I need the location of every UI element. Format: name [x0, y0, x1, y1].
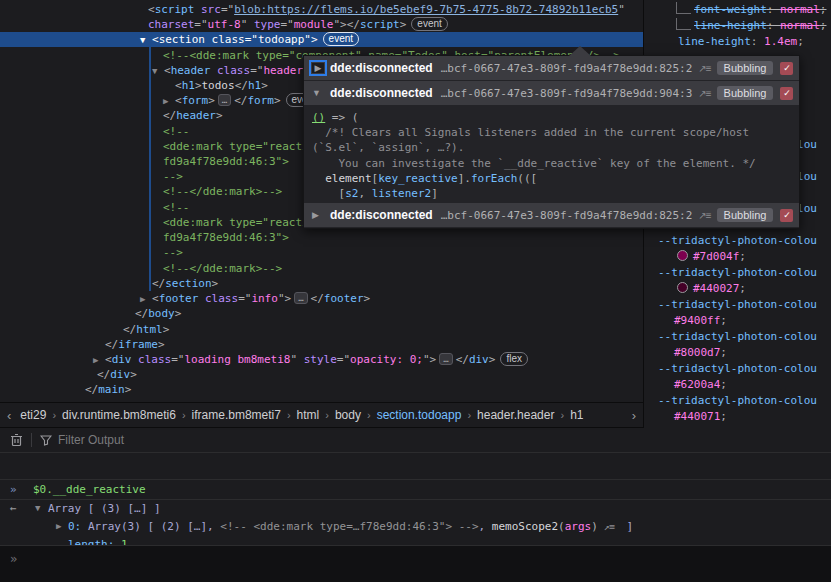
tree-row[interactable]: line-height: normal;: [644, 18, 831, 33]
badge[interactable]: flex: [500, 352, 528, 366]
code-text: src: [194, 3, 221, 16]
expand-arrow-icon[interactable]: ▶: [312, 210, 324, 220]
tree-row[interactable]: <script src="blob:https://flems.io/be5eb…: [0, 2, 643, 17]
listener-enabled-checkbox[interactable]: ✓: [780, 62, 793, 75]
tree-row[interactable]: ▶<div class="loading bm8meti8" style="op…: [0, 352, 643, 367]
tree-row[interactable]: -->: [0, 245, 643, 260]
code-text: You can investigate the `__dde_reactive`…: [312, 157, 756, 170]
tree-row[interactable]: </html>: [0, 322, 643, 337]
tree-row[interactable]: ▶<footer class="info">…</footer>: [0, 291, 643, 306]
expand-arrow-icon[interactable]: ▶: [312, 63, 324, 73]
breadcrumb-item-body[interactable]: body: [333, 408, 363, 422]
tree-row[interactable]: 0: Array(3) [ (2) […], <!-- <dde:mark ty…: [0, 519, 831, 534]
listener-source-location[interactable]: …bcf-0667-47e3-809f-fd9a4f78e9dd:825:2: [441, 209, 693, 222]
row-content: /*! Clears all Signals listeners added i…: [304, 125, 749, 140]
tree-row[interactable]: #440071;: [644, 409, 831, 424]
row-content: </header>: [0, 108, 223, 123]
tree-row[interactable]: </main>: [0, 382, 643, 397]
code-text: <: [152, 292, 159, 305]
badge[interactable]: event: [411, 17, 447, 31]
code-text: >: [400, 18, 407, 31]
jump-to-debugger-icon[interactable]: ↗≡: [698, 88, 710, 99]
selected-tree-row[interactable]: ▼<section class="todoapp">event: [0, 32, 643, 47]
tree-row[interactable]: #6200a4;: [644, 377, 831, 392]
row-content: [s2, listener2]: [304, 186, 438, 201]
filter-output-input[interactable]: Filter Output: [58, 433, 124, 447]
code-text: ;: [739, 282, 746, 295]
tree-row[interactable]: <!--</dde:mark>-->: [0, 261, 643, 276]
color-swatch[interactable]: [677, 250, 688, 261]
tree-row[interactable]: --tridactyl-photon-colou: [644, 265, 831, 280]
tree-row[interactable]: --tridactyl-photon-colou: [644, 233, 831, 248]
row-content: -->: [0, 245, 183, 260]
event-listener-row[interactable]: ▶dde:disconnected…bcf-0667-47e3-809f-fd9…: [304, 56, 799, 81]
tree-row[interactable]: #440027;: [644, 281, 831, 296]
listener-source-location[interactable]: …bcf-0667-47e3-809f-fd9a4f78e9dd:904:3: [441, 87, 693, 100]
devtools-window: <script src="blob:https://flems.io/be5eb…: [0, 0, 831, 582]
listener-enabled-checkbox[interactable]: ✓: [780, 209, 793, 222]
tree-row[interactable]: --tridactyl-photon-colou: [644, 361, 831, 376]
breadcrumb-separator-icon: ›: [178, 409, 190, 421]
color-swatch[interactable]: [677, 282, 688, 293]
jump-to-debugger-icon[interactable]: ↗≡: [698, 63, 710, 74]
expand-arrow-icon[interactable]: ▶: [93, 353, 105, 368]
breadcrumb-item-header-header[interactable]: header.header: [475, 408, 556, 422]
expand-arrow-icon[interactable]: ▶: [56, 519, 68, 534]
code-text: >: [489, 353, 496, 366]
attribute-link[interactable]: blob:https://flems.io/be5ebef9-7b75-4775…: [234, 3, 618, 16]
expand-arrow-icon[interactable]: ▼: [312, 88, 324, 98]
breadcrumb-item-eti29[interactable]: eti29: [18, 408, 48, 422]
row-content: <!--</dde:mark>-->: [0, 184, 282, 199]
tree-row[interactable]: font-weight: normal;: [644, 2, 831, 17]
inline-expander[interactable]: …: [294, 292, 307, 304]
breadcrumb-item-section-todoapp[interactable]: section.todoapp: [375, 408, 464, 422]
tree-row[interactable]: (`S.el`, `assign`, …?).: [304, 140, 799, 155]
clear-console-icon[interactable]: [10, 433, 23, 447]
console-input-area[interactable]: »: [0, 545, 831, 582]
tree-row[interactable]: </body>: [0, 306, 643, 321]
jump-to-debugger-icon[interactable]: ↗≡: [604, 521, 614, 532]
breadcrumb-item-iframe-bm8meti7[interactable]: iframe.bm8meti7: [190, 408, 283, 422]
tree-row[interactable]: #8000d7;: [644, 345, 831, 360]
tree-row[interactable]: </div>: [0, 367, 643, 382]
tree-row[interactable]: line-height: 1.4em;: [644, 34, 831, 49]
row-content: --tridactyl-photon-colou: [644, 265, 817, 280]
tree-row[interactable]: You can investigate the `__dde_reactive`…: [304, 156, 799, 171]
tree-row[interactable]: --tridactyl-photon-colou: [644, 329, 831, 344]
listener-enabled-checkbox[interactable]: ✓: [780, 87, 793, 100]
tree-row[interactable]: /*! Clears all Signals listeners added i…: [304, 125, 799, 140]
tree-row[interactable]: </section>: [0, 276, 643, 291]
tree-row[interactable]: fd9a4f78e9dd:46:3">: [0, 230, 643, 245]
inline-expander[interactable]: …: [439, 353, 452, 365]
badge[interactable]: event: [323, 32, 359, 46]
tree-row[interactable]: #7d004f;: [644, 249, 831, 264]
expand-arrow-icon[interactable]: ▶: [140, 292, 152, 307]
tree-row[interactable]: --tridactyl-photon-colou: [644, 297, 831, 312]
event-listener-row[interactable]: ▶dde:disconnected…bcf-0667-47e3-809f-fd9…: [304, 203, 799, 228]
expand-arrow-icon[interactable]: ▶: [163, 94, 175, 109]
tree-row[interactable]: </iframe>: [0, 337, 643, 352]
breadcrumb-item-div-runtime-bm8meti6[interactable]: div.runtime.bm8meti6: [60, 408, 178, 422]
breadcrumb-scroll-left-icon[interactable]: ‹: [0, 408, 18, 423]
code-text: <dde:mark type="reacti: [163, 216, 309, 229]
expand-arrow-icon[interactable]: ▼: [140, 33, 152, 48]
expand-arrow-icon[interactable]: ▼: [35, 501, 47, 516]
tree-row[interactable]: --tridactyl-photon-colou: [644, 393, 831, 408]
breadcrumb-item-html[interactable]: html: [295, 408, 322, 422]
jump-to-debugger-icon[interactable]: ↗≡: [698, 210, 710, 221]
code-text: >: [274, 94, 281, 107]
tree-row[interactable]: $0.__dde_reactive»: [0, 479, 831, 500]
breadcrumb-item-h1[interactable]: h1: [568, 408, 585, 422]
breadcrumb-separator-icon: ›: [48, 409, 60, 421]
inline-expander[interactable]: …: [218, 94, 231, 106]
expand-arrow-icon[interactable]: ▼: [152, 64, 164, 79]
listener-source-location[interactable]: …bcf-0667-47e3-809f-fd9a4f78e9dd:825:2: [441, 62, 693, 75]
tree-row[interactable]: #9400ff;: [644, 313, 831, 328]
event-listener-row[interactable]: ▼dde:disconnected…bcf-0667-47e3-809f-fd9…: [304, 81, 799, 106]
breadcrumb-scroll-right-icon[interactable]: ›: [625, 408, 643, 423]
tree-row[interactable]: charset="utf-8" type="module"></script>e…: [0, 17, 643, 32]
tree-row[interactable]: Array [ (3) […] ]←▼: [0, 501, 831, 516]
tree-row[interactable]: () => (: [304, 110, 799, 125]
tree-row[interactable]: [s2, listener2]: [304, 186, 799, 201]
tree-row[interactable]: element[key_reactive].forEach(([: [304, 171, 799, 186]
